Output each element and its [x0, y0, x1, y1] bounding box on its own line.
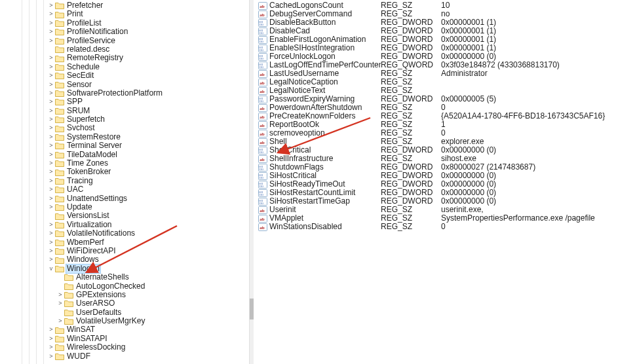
value-row[interactable]: 011110SiHostRestartTimeGapREG_DWORD0x000… [254, 197, 618, 206]
tree-item[interactable]: >Terminal Server [20, 141, 249, 150]
tree-item[interactable]: AutoLogonChecked [20, 282, 249, 291]
tree-item[interactable]: UserDefaults [20, 308, 249, 317]
tree-item[interactable]: >UAC [20, 185, 249, 194]
value-row[interactable]: abLastUsedUsernameREG_SZAdministrator [254, 69, 618, 78]
chevron-right-icon[interactable]: > [47, 229, 55, 238]
tree-item[interactable]: >Prefetcher [20, 1, 249, 10]
value-row[interactable]: 011110ShellCriticalREG_DWORD0x00000000 (… [254, 146, 618, 155]
chevron-right-icon[interactable]: > [47, 238, 55, 247]
chevron-right-icon[interactable]: > [47, 194, 55, 203]
tree-item[interactable]: >SPP [20, 98, 249, 106]
chevron-right-icon[interactable]: > [47, 1, 55, 10]
chevron-right-icon[interactable]: > [47, 203, 55, 211]
value-row[interactable]: abLegalNoticeTextREG_SZ [254, 86, 618, 95]
value-row[interactable]: 011110PasswordExpiryWarningREG_DWORD0x00… [254, 95, 618, 103]
tree-item[interactable]: >Tracing [20, 177, 249, 185]
value-row[interactable]: abCachedLogonsCountREG_SZ10 [254, 1, 618, 10]
chevron-right-icon[interactable]: > [47, 81, 55, 89]
value-row[interactable]: 011110ShutdownFlagsREG_DWORD0x80000027 (… [254, 163, 618, 172]
chevron-right-icon[interactable]: > [47, 115, 55, 124]
tree-item[interactable]: >WirelessDocking [20, 343, 249, 352]
chevron-right-icon[interactable]: > [47, 255, 55, 264]
value-row[interactable]: abWinStationsDisabledREG_SZ0 [254, 223, 618, 231]
tree-item[interactable]: >Schedule [20, 63, 249, 71]
chevron-right-icon[interactable]: > [47, 63, 55, 71]
value-row[interactable]: abDebugServerCommandREG_SZno [254, 10, 618, 18]
value-row[interactable]: abUserinitREG_SZuserinit.exe, [254, 206, 618, 214]
value-row[interactable]: abscremoveoptionREG_SZ0 [254, 129, 618, 137]
tree-item[interactable]: >WinSATAPI [20, 335, 249, 343]
tree-item[interactable]: >VolatileUserMgrKey [20, 317, 249, 325]
value-row[interactable]: 011110EnableFirstLogonAnimationREG_DWORD… [254, 35, 618, 44]
tree-item[interactable]: >GPExtensions [20, 291, 249, 299]
value-row[interactable]: abReportBootOkREG_SZ1 [254, 120, 618, 129]
registry-values-list[interactable]: abCachedLogonsCountREG_SZ10abDebugServer… [254, 0, 618, 231]
tree-item[interactable]: >RemoteRegistry [20, 54, 249, 62]
chevron-right-icon[interactable]: > [47, 221, 55, 229]
chevron-right-icon[interactable]: > [47, 107, 55, 115]
value-row[interactable]: 011110EnableSIHostIntegrationREG_DWORD0x… [254, 44, 618, 52]
chevron-right-icon[interactable]: > [47, 185, 55, 194]
tree-item[interactable]: >TokenBroker [20, 168, 249, 176]
chevron-right-icon[interactable]: > [47, 247, 55, 255]
chevron-right-icon[interactable]: > [47, 168, 55, 176]
tree-item[interactable]: >WinSAT [20, 325, 249, 334]
tree-item[interactable]: >SoftwareProtectionPlatform [20, 89, 249, 98]
value-row[interactable]: 011110SiHostReadyTimeOutREG_DWORD0x00000… [254, 180, 618, 189]
value-row[interactable]: abLegalNoticeCaptionREG_SZ [254, 78, 618, 86]
chevron-right-icon[interactable]: > [47, 325, 55, 334]
chevron-right-icon[interactable]: > [47, 141, 55, 150]
tree-item[interactable]: >Superfetch [20, 115, 249, 124]
tree-item[interactable]: >Virtualization [20, 221, 249, 229]
registry-tree[interactable]: >Prefetcher>Print>ProfileList>ProfileNot… [0, 0, 249, 361]
chevron-right-icon[interactable]: > [47, 352, 55, 361]
tree-item[interactable]: >Update [20, 203, 249, 211]
chevron-right-icon[interactable]: > [47, 27, 55, 36]
tree-item[interactable]: >Svchost [20, 124, 249, 132]
tree-item[interactable]: >SecEdit [20, 71, 249, 80]
tree-item[interactable]: >UserARSO [20, 299, 249, 308]
chevron-right-icon[interactable]: > [47, 98, 55, 106]
value-row[interactable]: abShellInfrastructureREG_SZsihost.exe [254, 155, 618, 163]
tree-item[interactable]: >TileDataModel [20, 151, 249, 159]
chevron-right-icon[interactable]: > [56, 299, 64, 308]
tree-item[interactable]: >WbemPerf [20, 238, 249, 247]
tree-item[interactable]: AlternateShells [20, 273, 249, 282]
tree-item[interactable]: >WiFiDirectAPI [20, 247, 249, 255]
chevron-right-icon[interactable]: > [47, 177, 55, 185]
tree-item[interactable]: >WUDF [20, 352, 249, 361]
chevron-right-icon[interactable]: > [47, 37, 55, 45]
tree-item[interactable]: vWinlogon [20, 264, 249, 273]
value-row[interactable]: 011110LastLogOffEndTimePerfCounterREG_QW… [254, 61, 618, 69]
chevron-right-icon[interactable]: > [56, 291, 64, 299]
chevron-right-icon[interactable]: > [47, 124, 55, 132]
chevron-right-icon[interactable]: > [47, 19, 55, 27]
tree-item[interactable]: >UnattendSettings [20, 194, 249, 203]
tree-item[interactable]: >Time Zones [20, 159, 249, 168]
tree-item[interactable]: >VolatileNotifications [20, 229, 249, 238]
value-row[interactable]: 011110SiHostCriticalREG_DWORD0x00000000 … [254, 172, 618, 180]
tree-item[interactable]: >Print [20, 10, 249, 18]
tree-item[interactable]: >SystemRestore [20, 133, 249, 141]
tree-item[interactable]: >ProfileNotification [20, 27, 249, 36]
value-row[interactable]: 011110DisableBackButtonREG_DWORD0x000000… [254, 18, 618, 27]
tree-item[interactable]: >Windows [20, 255, 249, 264]
value-row[interactable]: abVMAppletREG_SZSystemPropertiesPerforma… [254, 214, 618, 223]
chevron-right-icon[interactable]: > [47, 343, 55, 352]
value-row[interactable]: abShellREG_SZexplorer.exe [254, 137, 618, 146]
chevron-right-icon[interactable]: > [47, 335, 55, 343]
tree-item[interactable]: >Sensor [20, 81, 249, 89]
chevron-down-icon[interactable]: v [47, 264, 55, 273]
tree-item[interactable]: related.desc [20, 45, 249, 54]
chevron-right-icon[interactable]: > [47, 133, 55, 141]
tree-item[interactable]: >ProfileList [20, 19, 249, 27]
value-row[interactable]: 011110ForceUnlockLogonREG_DWORD0x0000000… [254, 52, 618, 61]
value-row[interactable]: 011110DisableCadREG_DWORD0x00000001 (1) [254, 27, 618, 35]
tree-item[interactable]: VersionsList [20, 211, 249, 220]
chevron-right-icon[interactable]: > [47, 151, 55, 159]
tree-item[interactable]: >ProfileService [20, 37, 249, 45]
chevron-right-icon[interactable]: > [56, 317, 64, 325]
value-row[interactable]: abPreCreateKnownFoldersREG_SZ{A520A1A4-1… [254, 112, 618, 120]
value-row[interactable]: 011110SiHostRestartCountLimitREG_DWORD0x… [254, 189, 618, 197]
chevron-right-icon[interactable]: > [47, 10, 55, 18]
